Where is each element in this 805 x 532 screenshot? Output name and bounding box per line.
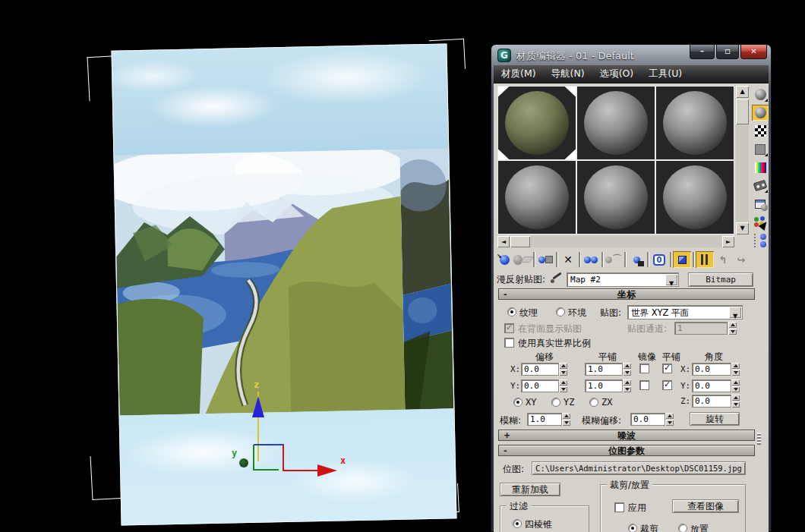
material-map-navigator-icon[interactable] — [752, 232, 769, 248]
put-to-library-icon[interactable] — [627, 251, 646, 268]
tile-y-checkbox[interactable] — [662, 380, 672, 390]
rotate-button[interactable]: 旋转 — [690, 412, 740, 426]
offset-y-field[interactable]: 0.0 — [521, 379, 559, 392]
background-icon[interactable] — [752, 123, 769, 139]
crop-radio[interactable] — [628, 524, 637, 532]
offset-y-spinner[interactable] — [559, 379, 567, 392]
wu-radio[interactable] — [589, 398, 598, 407]
mapping-dropdown[interactable]: 世界 XYZ 平面 — [627, 305, 743, 320]
offset-x-spinner[interactable] — [559, 363, 567, 376]
select-by-material-icon[interactable] — [752, 214, 769, 230]
chevron-down-icon[interactable] — [729, 307, 741, 318]
material-sample-slot[interactable] — [655, 160, 734, 235]
material-sample-slot[interactable] — [655, 86, 734, 160]
map-type-button[interactable]: Bitmap — [688, 272, 753, 287]
vw-radio[interactable] — [551, 398, 560, 407]
pyramidal-radio[interactable] — [513, 519, 522, 528]
show-end-result-icon[interactable] — [696, 251, 714, 268]
show-map-in-viewport-icon[interactable] — [673, 251, 691, 268]
offset-x-field[interactable]: 0.0 — [521, 363, 559, 376]
map-channel-spinner[interactable] — [728, 322, 737, 335]
scroll-thumb[interactable] — [510, 236, 530, 247]
apply-label: 应用 — [628, 502, 646, 515]
menu-navigation[interactable]: 导航(N) — [551, 68, 585, 80]
angle-y-spinner[interactable] — [731, 379, 740, 392]
material-sample-slot[interactable] — [576, 160, 655, 235]
angle-z-spinner[interactable] — [731, 395, 740, 408]
palette-vertical-scrollbar[interactable]: ▲ ▼ — [736, 86, 749, 235]
place-radio[interactable] — [678, 524, 687, 532]
make-unique-icon[interactable]: ⌒ — [605, 251, 623, 268]
minimize-button[interactable] — [690, 45, 715, 59]
chevron-down-icon[interactable] — [665, 274, 677, 285]
blur-offset-field[interactable]: 0.0 — [630, 413, 665, 426]
textured-plane[interactable] — [111, 43, 456, 525]
menu-utilities[interactable]: 工具(U) — [649, 68, 682, 80]
view-image-button[interactable]: 查看图像 — [672, 499, 739, 513]
make-preview-icon[interactable] — [752, 178, 769, 194]
sample-type-icon[interactable] — [752, 87, 769, 102]
mirror-y-checkbox[interactable] — [639, 380, 649, 390]
angle-y-field[interactable]: 0.0 — [692, 379, 731, 392]
eyedropper-icon[interactable] — [550, 272, 565, 286]
axis-x-label: x — [340, 455, 346, 466]
menu-options[interactable]: 选项(O) — [600, 68, 634, 80]
sample-uv-tiling-icon[interactable] — [752, 141, 769, 157]
material-sample-slot[interactable] — [576, 86, 655, 160]
close-button[interactable] — [740, 45, 767, 59]
make-material-copy-icon[interactable] — [582, 251, 600, 268]
environment-radio[interactable] — [556, 307, 565, 316]
material-sample-slot-active[interactable] — [497, 86, 576, 160]
get-material-icon[interactable]: ↘ — [495, 251, 513, 268]
scroll-up-icon[interactable]: ▲ — [736, 86, 749, 98]
map-name-dropdown[interactable]: Map #2 — [567, 272, 679, 287]
rollout-coordinates-header[interactable]: - 坐标 — [498, 288, 755, 300]
tiling-y-field[interactable]: 1.0 — [585, 379, 623, 392]
real-world-label: 使用真实世界比例 — [518, 337, 591, 350]
toolbar-separator — [693, 252, 694, 267]
scroll-thumb[interactable] — [736, 99, 749, 124]
map-name-value: Map #2 — [570, 275, 601, 285]
map-channel-field[interactable]: 1 — [674, 322, 728, 335]
angle-z-field[interactable]: 0.0 — [692, 395, 731, 408]
mirror-x-checkbox[interactable] — [639, 364, 649, 373]
rollout-noise-header[interactable]: + 噪波 — [498, 430, 755, 441]
tile-x-checkbox[interactable] — [662, 364, 672, 373]
real-world-checkbox[interactable] — [504, 338, 514, 348]
maximize-button[interactable] — [716, 45, 739, 59]
put-material-to-scene-icon[interactable] — [513, 251, 532, 268]
apply-checkbox[interactable] — [614, 502, 624, 512]
video-color-check-icon[interactable] — [752, 159, 769, 175]
tiling-y-spinner[interactable] — [623, 379, 631, 392]
assign-material-icon[interactable] — [536, 251, 554, 268]
wu-radio-label: ZX — [601, 397, 612, 408]
menu-material[interactable]: 材质(M) — [501, 68, 536, 80]
blur-offset-spinner[interactable] — [665, 413, 674, 426]
titlebar[interactable]: G 材质编辑器 - 01 - Default — [491, 45, 771, 65]
scroll-left-icon[interactable]: ◄ — [497, 236, 510, 247]
options-icon[interactable] — [752, 196, 769, 212]
tiling-x-field[interactable]: 1.0 — [585, 363, 623, 376]
material-sample-slot[interactable] — [497, 160, 576, 235]
reset-map-icon[interactable]: ✕ — [559, 251, 577, 268]
uv-radio[interactable] — [513, 398, 522, 407]
scroll-right-icon[interactable]: ► — [722, 236, 734, 247]
backlight-icon[interactable] — [752, 105, 769, 121]
rollout-bitmap-params-header[interactable]: - 位图参数 — [498, 445, 755, 456]
blur-field[interactable]: 1.0 — [527, 413, 562, 426]
show-on-back-checkbox[interactable] — [504, 323, 514, 333]
angle-x-field[interactable]: 0.0 — [692, 363, 731, 376]
go-to-parent-icon[interactable]: ↰ — [714, 251, 732, 268]
scroll-down-icon[interactable]: ▼ — [736, 222, 749, 235]
texture-radio[interactable] — [507, 307, 516, 316]
scroll-drag-indicator[interactable] — [757, 433, 761, 445]
tiling-x-spinner[interactable] — [623, 363, 631, 376]
palette-horizontal-scrollbar[interactable]: ◄ ► — [497, 236, 734, 247]
material-id-channel-icon[interactable]: 0 — [650, 251, 668, 268]
go-to-sibling-icon[interactable]: ↪ — [732, 251, 750, 268]
angle-x-spinner[interactable] — [731, 363, 740, 376]
blur-spinner[interactable] — [562, 413, 570, 426]
reload-button[interactable]: 重新加载 — [500, 483, 560, 496]
bitmap-path-button[interactable]: C:\Users\Administrator\Desktop\DSC01159.… — [532, 461, 746, 475]
viewport-3d[interactable]: z y x — [0, 0, 492, 532]
